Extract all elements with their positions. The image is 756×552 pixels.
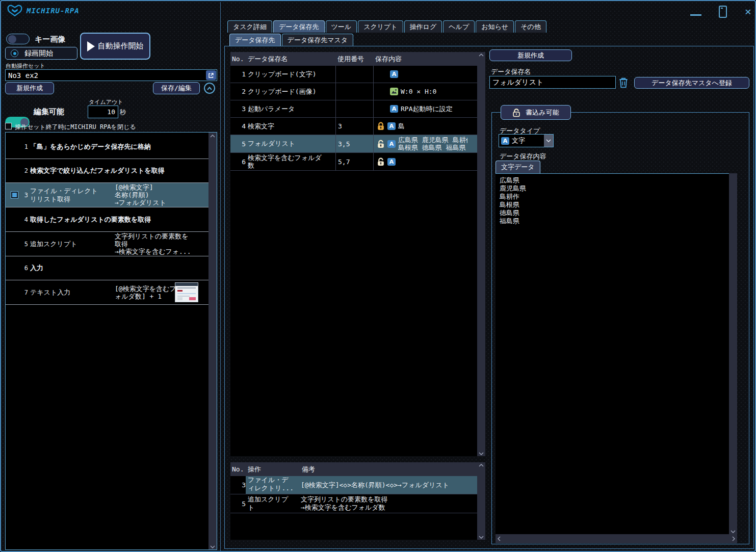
record-radio[interactable] — [11, 49, 18, 57]
lock-open-icon — [512, 108, 520, 117]
auto-set-input[interactable] — [5, 69, 217, 81]
step-title: ファイル・ディレクト リリスト取得 — [30, 187, 115, 203]
ops-row-5[interactable]: 5 追加スクリプ ト 文字列リストの要素数を取得 →検索文字を含むフォルダ数 — [230, 494, 477, 513]
col-content: 保存内容 — [375, 55, 402, 64]
michiru-heart-icon — [7, 4, 22, 17]
register-master-button[interactable]: データ保存先マスタへ登録 — [634, 77, 749, 89]
tab-task-detail[interactable]: タスク詳細 — [227, 20, 272, 33]
tab-label: 操作ログ — [410, 22, 437, 32]
tab-tools[interactable]: ツール — [326, 20, 357, 33]
store-name-label: データ保存名 — [491, 67, 531, 76]
row-no: 5 — [230, 140, 246, 148]
tab-label: スクリプト — [363, 22, 398, 32]
form-new-label: 新規作成 — [517, 51, 544, 60]
tab-script[interactable]: スクリプト — [358, 20, 403, 33]
chevron-left-icon[interactable] — [498, 536, 501, 541]
step-title: 入力 — [30, 264, 43, 273]
open-set-icon[interactable] — [206, 70, 216, 80]
store-row-1[interactable]: 1 クリップボード(文字) A — [230, 66, 477, 83]
tab-label: タスク詳細 — [233, 22, 267, 32]
subtab-label: データ保存先マスタ — [288, 36, 348, 45]
datatype-select[interactable]: A 文字 — [499, 134, 554, 147]
step-row-1[interactable]: 1 「島」をあらかじめデータ保存先に格納 — [6, 135, 208, 159]
tab-label: ヘルプ — [449, 22, 469, 32]
save-edit-button[interactable]: 保存/編集 — [153, 82, 200, 94]
content-vscrollbar[interactable] — [729, 173, 737, 534]
step-checkbox[interactable] — [11, 191, 18, 199]
content-tab-text-data[interactable]: 文字データ — [496, 161, 540, 173]
row-no: 3 — [230, 481, 246, 489]
row-usage: 5,7 — [335, 153, 373, 170]
delete-trash-icon[interactable] — [618, 77, 629, 90]
tab-data-store[interactable]: データ保存先 — [273, 20, 325, 33]
content-hscrollbar[interactable] — [496, 534, 737, 543]
record-start-button[interactable]: 録画開始 — [5, 47, 77, 60]
tab-help[interactable]: ヘルプ — [443, 20, 475, 33]
maximize-button[interactable] — [719, 6, 727, 18]
left-new-button[interactable]: 新規作成 — [5, 82, 54, 94]
collapse-button[interactable] — [204, 83, 215, 94]
row-value: 島 — [398, 122, 405, 131]
step-detail: 文字列リストの要素数を 取得 →検索文字を含むフォ... — [115, 232, 208, 255]
key-image-toggle[interactable] — [6, 34, 30, 44]
col-note: 備考 — [302, 465, 315, 474]
main-tab-bar: タスク詳細 データ保存先 ツール スクリプト 操作ログ ヘルプ お知らせ その他 — [227, 20, 548, 33]
tab-label: データ保存先 — [279, 22, 319, 32]
timeout-label: タイムアウト — [89, 98, 123, 106]
left-new-label: 新規作成 — [16, 84, 43, 93]
tab-news[interactable]: お知らせ — [476, 20, 514, 33]
minimize-button[interactable] — [690, 14, 701, 16]
timeout-unit: 秒 — [120, 108, 126, 117]
chevron-right-icon[interactable] — [732, 536, 735, 541]
row-value: 広島県 鹿児島県 島耕作 — [398, 136, 467, 144]
row-value: RPA起動時に設定 — [401, 104, 453, 114]
step-row-3[interactable]: 3 ファイル・ディレクト リリスト取得 [@検索文字] 名称(昇順) →フォルダ… — [6, 183, 208, 207]
step-row-5[interactable]: 5 追加スクリプト 文字列リストの要素数を 取得 →検索文字を含むフォ... — [6, 232, 208, 256]
store-row-2[interactable]: 2 クリップボード(画像) W:0 × H:0 — [230, 83, 477, 100]
chevron-down-icon[interactable] — [544, 135, 553, 147]
store-row-3[interactable]: 3 起動パラメータ A RPA起動時に設定 — [230, 100, 477, 118]
row-no: 3 — [230, 105, 246, 113]
store-row-6[interactable]: 6 検索文字を含むフォルダ 数 5,7 A — [230, 153, 477, 171]
tab-operation-log[interactable]: 操作ログ — [404, 20, 442, 33]
close-on-end-checkbox[interactable] — [5, 123, 12, 129]
step-list-scrollbar[interactable] — [208, 133, 217, 549]
row-name: クリップボード(画像) — [246, 87, 335, 96]
auto-start-label: 自動操作開始 — [98, 41, 144, 51]
store-name-input[interactable] — [489, 76, 616, 89]
store-row-5[interactable]: 5 フォルダリスト 3,5 A 広島県 鹿児島県 島耕作 島根県 徳島県 福島県 — [230, 135, 477, 153]
content-text: 広島県 鹿児島県 島耕作 島根県 徳島県 福島県 — [496, 174, 729, 228]
key-image-label: キー画像 — [35, 35, 65, 44]
row-no: 1 — [230, 70, 246, 78]
ops-table-scrollbar[interactable] — [477, 462, 485, 540]
writable-button[interactable]: 書込み可能 — [501, 105, 571, 120]
close-button[interactable]: × — [745, 7, 751, 17]
record-start-label: 録画開始 — [24, 49, 53, 58]
subtab-data-store[interactable]: データ保存先 — [229, 34, 281, 46]
timeout-input[interactable] — [88, 106, 118, 118]
chevron-up-icon — [207, 87, 212, 90]
step-row-4[interactable]: 4 取得したフォルダリストの要素数を取得 — [6, 207, 208, 232]
tab-label: ツール — [331, 22, 352, 32]
image-icon — [390, 88, 398, 95]
row-name: 起動パラメータ — [246, 104, 335, 114]
step-title: 取得したフォルダリストの要素数を取得 — [30, 215, 151, 224]
tab-others[interactable]: その他 — [515, 20, 546, 33]
step-row-7[interactable]: 7 テキスト入力 [@検索文字を含むフ ォルダ数] + 1 — [6, 280, 208, 305]
col-no: No. — [230, 465, 248, 473]
row-op: 追加スクリプ ト — [246, 495, 299, 512]
form-new-button[interactable]: 新規作成 — [489, 49, 572, 61]
row-name: 検索文字 — [246, 122, 335, 131]
content-textarea[interactable]: 広島県 鹿児島県 島耕作 島根県 徳島県 福島県 — [496, 173, 729, 534]
step-row-6[interactable]: 6 入力 — [6, 256, 208, 280]
subtab-data-store-master[interactable]: データ保存先マスタ — [282, 34, 354, 46]
step-detail: [@検索文字] 名称(昇順) →フォルダリスト — [115, 183, 208, 206]
text-a-icon: A — [390, 105, 398, 113]
lock-closed-icon — [377, 122, 385, 130]
step-row-2[interactable]: 2 検索文字で絞り込んだフォルダリストを取得 — [6, 159, 208, 183]
store-row-4[interactable]: 4 検索文字 3 A 島 — [230, 118, 477, 135]
writable-label: 書込み可能 — [526, 108, 559, 117]
auto-start-button[interactable]: 自動操作開始 — [80, 33, 150, 60]
ops-row-3[interactable]: 3 ファイル・デ ィレクトリ... [@検索文字]<◇>名称(昇順)<◇>→フォ… — [230, 476, 477, 494]
store-table-scrollbar[interactable] — [477, 52, 485, 456]
